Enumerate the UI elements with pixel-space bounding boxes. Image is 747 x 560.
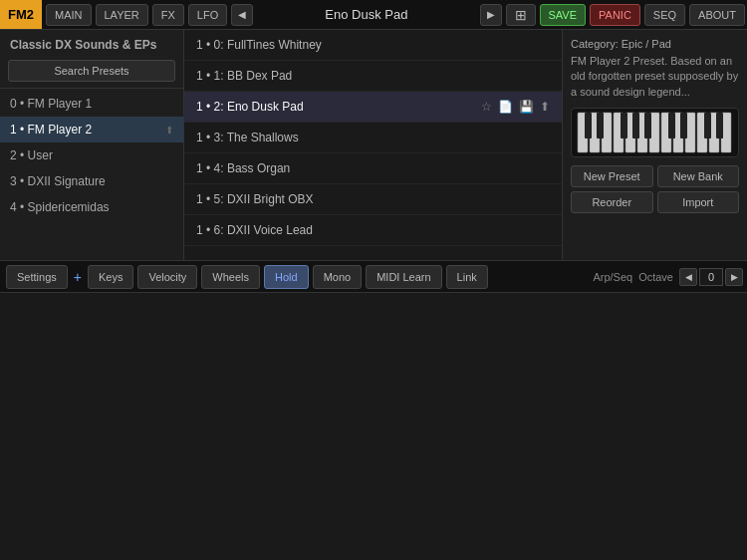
preset-item-2[interactable]: 1 • 2: Eno Dusk Pad ☆ 📄 💾 ⬆ (184, 92, 562, 123)
copy-icon[interactable]: 📄 (498, 100, 513, 114)
tab-hold[interactable]: Hold (264, 265, 309, 289)
tab-mono[interactable]: Mono (313, 265, 363, 289)
octave-increase-button[interactable]: ▶ (725, 268, 743, 286)
octave-value: 0 (699, 268, 723, 286)
save-button[interactable]: SAVE (540, 4, 587, 26)
preset-next-button[interactable]: ▶ (480, 4, 502, 26)
panic-button[interactable]: PANIC (590, 4, 640, 26)
svg-rect-14 (597, 113, 604, 139)
share-icon[interactable]: ⬆ (540, 100, 550, 114)
preset-prev-button[interactable]: ◀ (231, 4, 253, 26)
preset-description: FM Player 2 Preset. Based on an old forg… (571, 54, 739, 100)
category-label: Category: Epic / Pad (571, 38, 739, 50)
arp-seq-label: Arp/Seq (593, 271, 632, 283)
app-logo: FM2 (0, 0, 42, 29)
preset-item-3[interactable]: 1 • 3: The Shallows (184, 123, 562, 153)
svg-rect-19 (680, 113, 687, 139)
preset-item-5[interactable]: 1 • 5: DXII Bright OBX (184, 184, 562, 215)
sidebar-item-user[interactable]: 2 • User (0, 142, 183, 168)
octave-control: ◀ 0 ▶ (679, 268, 743, 286)
preset-name: Eno Dusk Pad (255, 7, 477, 22)
nav-fx-button[interactable]: FX (152, 4, 184, 26)
sidebar-divider (0, 88, 183, 89)
nav-layer-button[interactable]: LAYER (96, 4, 148, 26)
svg-rect-18 (668, 113, 675, 139)
preset-item-1[interactable]: 1 • 1: BB Dex Pad (184, 61, 562, 92)
star-icon[interactable]: ☆ (481, 100, 492, 114)
nav-about-button[interactable]: ABOUT (689, 4, 745, 26)
svg-rect-13 (585, 113, 592, 139)
svg-rect-16 (632, 113, 639, 139)
tab-keys[interactable]: Keys (88, 265, 133, 289)
sidebar-item-fm-player-1[interactable]: 0 • FM Player 1 (0, 91, 183, 117)
sidebar-item-dxii-signature[interactable]: 3 • DXII Signature (0, 168, 183, 194)
main-area: Classic DX Sounds & EPs Search Presets 0… (0, 30, 747, 261)
new-bank-button[interactable]: New Bank (657, 165, 740, 187)
preset-item-4[interactable]: 1 • 4: Bass Organ (184, 153, 562, 184)
tab-link[interactable]: Link (446, 265, 488, 289)
tab-velocity[interactable]: Velocity (137, 265, 197, 289)
octave-label: Octave (638, 271, 673, 283)
action-buttons: New Preset New Bank Reorder Import (571, 165, 739, 213)
nav-lfo-button[interactable]: LFO (188, 4, 227, 26)
sidebar-title: Classic DX Sounds & EPs (0, 30, 183, 56)
top-nav: FM2 MAIN LAYER FX LFO ◀ Eno Dusk Pad ▶ ⊞… (0, 0, 747, 30)
reorder-button[interactable]: Reorder (571, 191, 653, 213)
sidebar-item-spidericemidas[interactable]: 4 • Spidericemidas (0, 194, 183, 220)
tab-settings[interactable]: Settings (6, 265, 68, 289)
bottom-tabs: Settings + Keys Velocity Wheels Hold Mon… (0, 261, 747, 293)
sidebar-item-fm-player-2[interactable]: 1 • FM Player 2 ⬆ (0, 117, 183, 142)
arp-section: Arp/Seq Octave ◀ 0 ▶ (593, 268, 743, 286)
keyboard-preview (571, 108, 739, 157)
bluetooth-icon[interactable]: + (74, 269, 82, 285)
search-presets-button[interactable]: Search Presets (8, 60, 175, 82)
svg-rect-20 (704, 113, 711, 139)
preset-item-0[interactable]: 1 • 0: FullTines Whitney (184, 30, 562, 61)
share-icon: ⬆ (165, 125, 173, 136)
svg-rect-17 (644, 113, 651, 139)
preset-action-icons: ☆ 📄 💾 ⬆ (481, 100, 550, 114)
right-panel: Category: Epic / Pad FM Player 2 Preset.… (563, 30, 747, 260)
svg-rect-21 (716, 113, 723, 139)
nav-options-button[interactable]: ⊞ (506, 4, 536, 26)
tab-midi-learn[interactable]: MIDI Learn (366, 265, 441, 289)
octave-decrease-button[interactable]: ◀ (679, 268, 697, 286)
nav-seq-button[interactable]: SEQ (644, 4, 685, 26)
svg-rect-15 (621, 113, 627, 139)
nav-main-button[interactable]: MAIN (46, 4, 92, 26)
tab-wheels[interactable]: Wheels (201, 265, 260, 289)
preset-item-6[interactable]: 1 • 6: DXII Voice Lead (184, 215, 562, 246)
sidebar: Classic DX Sounds & EPs Search Presets 0… (0, 30, 184, 260)
import-button[interactable]: Import (657, 191, 740, 213)
new-preset-button[interactable]: New Preset (571, 165, 653, 187)
preset-list[interactable]: 1 • 0: FullTines Whitney 1 • 1: BB Dex P… (184, 30, 563, 260)
save-icon[interactable]: 💾 (519, 100, 534, 114)
